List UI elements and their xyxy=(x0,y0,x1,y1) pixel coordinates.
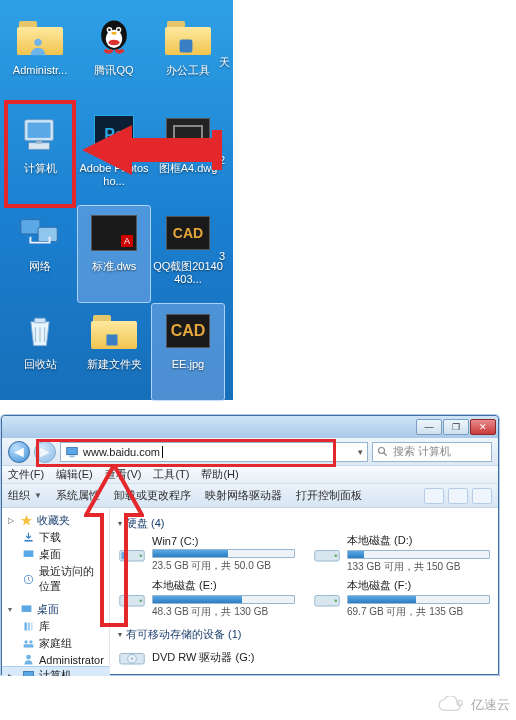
icon-label: 新建文件夹 xyxy=(78,358,150,371)
help-button[interactable] xyxy=(472,488,492,504)
address-dropdown-icon[interactable]: ▾ xyxy=(358,447,363,457)
nav-homegroup[interactable]: 家庭组 xyxy=(2,635,109,652)
nav-computer[interactable]: ▸计算机 xyxy=(2,667,109,676)
desktop-icon-recycle-bin[interactable]: 回收站 xyxy=(4,304,76,400)
group-header-hdd[interactable]: ▾硬盘 (4) xyxy=(118,512,490,533)
titlebar[interactable]: — ❐ ✕ xyxy=(2,416,498,438)
nav-recent[interactable]: 最近访问的位置 xyxy=(2,563,109,595)
menu-tools[interactable]: 工具(T) xyxy=(153,467,189,482)
desktop-icon-new-folder[interactable]: 新建文件夹 xyxy=(78,304,150,400)
desktop-icon-dwg-file[interactable]: 图框A4.dwg xyxy=(152,108,224,204)
address-value: www.baidu.com xyxy=(83,446,160,458)
desktop-icon-dws-file[interactable]: 标准.dws xyxy=(78,206,150,302)
search-box[interactable]: 搜索 计算机 xyxy=(372,442,492,462)
icon-label: QQ截图20140403... xyxy=(152,260,224,286)
cmd-map-drive[interactable]: 映射网络驱动器 xyxy=(205,488,282,503)
desktop-icon-administrator-folder[interactable]: Administr... xyxy=(4,10,76,106)
svg-rect-29 xyxy=(28,622,30,630)
svg-rect-27 xyxy=(22,605,32,612)
recent-icon xyxy=(22,573,35,586)
nav-libraries[interactable]: 库 xyxy=(2,618,109,635)
drive-f[interactable]: 本地磁盘 (F:)69.7 GB 可用，共 135 GB xyxy=(313,578,490,619)
svg-rect-25 xyxy=(24,550,34,557)
cloud-icon xyxy=(435,696,467,714)
svg-rect-24 xyxy=(24,540,32,542)
favorites-header[interactable]: ▷收藏夹 xyxy=(2,512,109,529)
svg-rect-41 xyxy=(122,552,127,559)
drive-icon xyxy=(313,588,341,610)
icon-label: Administr... xyxy=(4,64,76,77)
watermark: 亿速云 xyxy=(435,696,510,714)
address-bar[interactable]: www.baidu.com ▾ xyxy=(60,442,368,462)
icon-label: Adobe Photosho... xyxy=(78,162,150,188)
desktop-icon-qq-screenshot[interactable]: CAD QQ截图20140403... xyxy=(152,206,224,302)
library-icon xyxy=(22,620,35,633)
svg-rect-20 xyxy=(69,455,74,457)
desktop-group-header[interactable]: ▾桌面 xyxy=(2,601,109,618)
desktop: Administr... 腾讯QQ 办公工具 计算机 Ps Adobe Phot… xyxy=(0,0,233,400)
svg-rect-12 xyxy=(29,143,50,150)
desktop-icon-office-tools[interactable]: 办公工具 xyxy=(152,10,224,106)
icon-label: 腾讯QQ xyxy=(78,64,150,77)
cmd-system-props[interactable]: 系统属性 xyxy=(56,488,100,503)
desktop-icon-ee-jpg[interactable]: CAD EE.jpg xyxy=(152,304,224,400)
svg-rect-15 xyxy=(38,227,57,241)
group-header-removable[interactable]: ▾有可移动存储的设备 (1) xyxy=(118,623,490,644)
icon-label: 标准.dws xyxy=(78,260,150,273)
search-placeholder: 搜索 计算机 xyxy=(393,444,451,459)
chevron-down-icon[interactable]: ▼ xyxy=(34,491,42,500)
svg-point-21 xyxy=(379,447,385,453)
navigation-pane: ▷收藏夹 下载 桌面 最近访问的位置 ▾桌面 库 家庭组 Administrat… xyxy=(2,508,110,676)
desktop-icon-qq[interactable]: 腾讯QQ xyxy=(78,10,150,106)
menu-file[interactable]: 文件(F) xyxy=(8,467,44,482)
desktop-icon-network[interactable]: 网络 xyxy=(4,206,76,302)
svg-rect-16 xyxy=(35,318,46,323)
svg-marker-23 xyxy=(21,515,32,526)
svg-point-5 xyxy=(108,28,111,31)
cmd-control-panel[interactable]: 打开控制面板 xyxy=(296,488,362,503)
desktop-icon-computer[interactable]: 计算机 xyxy=(4,108,76,204)
drive-c[interactable]: Win7 (C:)23.5 GB 可用，共 50.0 GB xyxy=(118,533,295,574)
forward-button[interactable]: ► xyxy=(34,441,56,463)
dvd-icon xyxy=(118,646,146,668)
svg-point-48 xyxy=(334,599,337,602)
drive-icon xyxy=(118,588,146,610)
dws-icon xyxy=(91,215,137,251)
organize-button[interactable]: 组织 xyxy=(8,488,30,503)
nav-desktop-fav[interactable]: 桌面 xyxy=(2,546,109,563)
maximize-button[interactable]: ❐ xyxy=(443,419,469,435)
menubar: 文件(F) 编辑(E) 查看(V) 工具(T) 帮助(H) xyxy=(2,466,498,484)
menu-view[interactable]: 查看(V) xyxy=(105,467,142,482)
icon-label: 回收站 xyxy=(4,358,76,371)
computer-icon xyxy=(22,669,35,676)
nav-downloads[interactable]: 下载 xyxy=(2,529,109,546)
svg-point-44 xyxy=(334,554,337,557)
svg-point-6 xyxy=(117,28,120,31)
computer-icon xyxy=(65,445,79,459)
drive-e[interactable]: 本地磁盘 (E:)48.3 GB 可用，共 130 GB xyxy=(118,578,295,619)
svg-point-0 xyxy=(34,39,41,46)
back-button[interactable]: ◄ xyxy=(8,441,30,463)
nav-administrator[interactable]: Administrator xyxy=(2,652,109,667)
svg-rect-35 xyxy=(24,671,34,676)
cmd-uninstall[interactable]: 卸载或更改程序 xyxy=(114,488,191,503)
drive-dvd[interactable]: DVD RW 驱动器 (G:) xyxy=(118,646,490,668)
svg-rect-17 xyxy=(107,335,118,346)
drive-d[interactable]: 本地磁盘 (D:)133 GB 可用，共 150 GB xyxy=(313,533,490,574)
search-icon xyxy=(377,446,389,458)
minimize-button[interactable]: — xyxy=(416,419,442,435)
menu-help[interactable]: 帮助(H) xyxy=(201,467,238,482)
icon-label: 办公工具 xyxy=(152,64,224,77)
svg-point-32 xyxy=(29,640,32,643)
desktop-icon-photoshop[interactable]: Ps Adobe Photosho... xyxy=(78,108,150,204)
preview-pane-button[interactable] xyxy=(448,488,468,504)
close-button[interactable]: ✕ xyxy=(470,419,496,435)
star-icon xyxy=(20,514,33,527)
svg-point-42 xyxy=(139,554,142,557)
menu-edit[interactable]: 编辑(E) xyxy=(56,467,93,482)
view-mode-button[interactable] xyxy=(424,488,444,504)
svg-rect-19 xyxy=(67,447,78,454)
svg-rect-14 xyxy=(21,220,40,234)
homegroup-icon xyxy=(22,637,35,650)
svg-rect-30 xyxy=(31,622,33,630)
